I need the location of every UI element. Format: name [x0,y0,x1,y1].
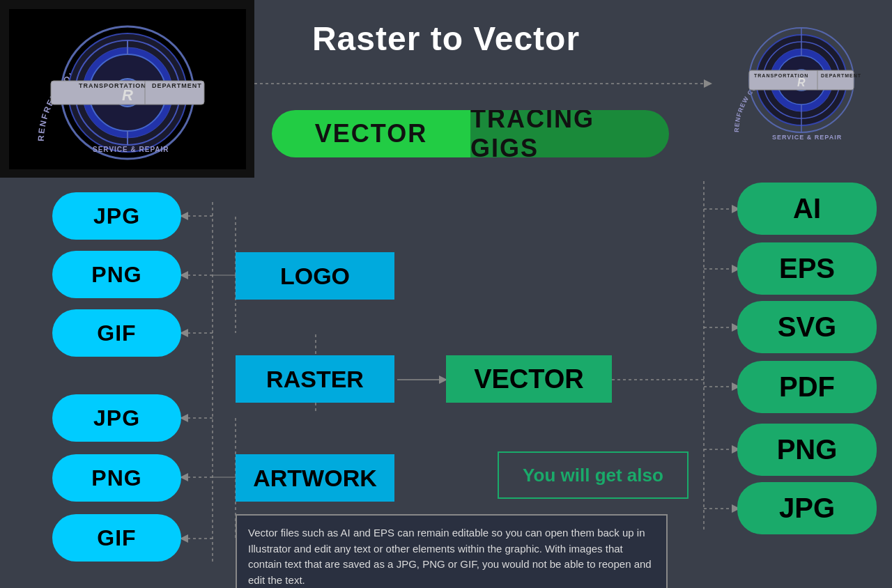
svg-text:SERVICE & REPAIR: SERVICE & REPAIR [772,134,842,141]
pill-gif-bottom: GIF [52,514,181,562]
box-logo: LOGO [236,252,394,300]
pill-png-bottom: PNG [52,454,181,502]
pill-png-top: PNG [52,251,181,298]
logo-left-container: RENFREW COLLEGIATE TRANSPORTATION DEPART… [0,0,254,178]
svg-text:SERVICE & REPAIR: SERVICE & REPAIR [93,146,169,153]
pill-eps: EPS [737,242,877,295]
banner-vector-text: VECTOR [315,119,427,148]
pill-pdf: PDF [737,361,877,413]
banner: VECTOR TRACING GIGS [272,110,669,157]
pill-jpg-top: JPG [52,192,181,240]
logo-left-svg: RENFREW COLLEGIATE TRANSPORTATION DEPART… [9,9,246,169]
you-will-get-also-box: You will get also [498,451,689,499]
logo-right-svg: RENFREW COLLEGIATE TRANSPORTATION DEPART… [725,14,878,153]
box-artwork: ARTWORK [236,454,394,502]
info-box: Vector files such as AI and EPS can rema… [236,514,668,588]
info-text: Vector files such as AI and EPS can rema… [248,527,652,586]
box-vector: VECTOR [446,355,612,403]
svg-text:R: R [122,86,133,104]
svg-text:DEPARTMENT: DEPARTMENT [152,82,202,89]
pill-ai: AI [737,183,877,235]
box-raster: RASTER [236,355,394,403]
svg-text:TRANSPORTATION: TRANSPORTATION [79,82,146,89]
banner-left: VECTOR [272,110,470,157]
pill-jpg-bottom: JPG [52,394,181,442]
logo-right-container: RENFREW COLLEGIATE TRANSPORTATION DEPART… [725,7,878,160]
svg-text:R: R [797,77,806,88]
pill-gif-top: GIF [52,309,181,357]
svg-marker-1 [704,79,712,88]
banner-tracing-text: TRACING GIGS [470,110,669,157]
you-will-get-also-text: You will get also [523,465,663,486]
svg-text:DEPARTMENT: DEPARTMENT [821,73,861,78]
banner-right: TRACING GIGS [470,110,669,157]
pill-png-right: PNG [737,424,877,476]
page-title: Raster to Vector [265,20,627,58]
pill-jpg-right: JPG [737,482,877,534]
pill-svg: SVG [737,301,877,353]
